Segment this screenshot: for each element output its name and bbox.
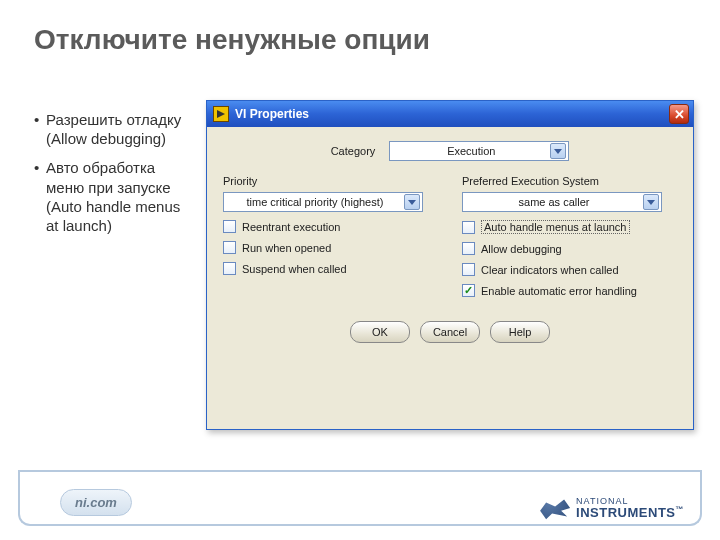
checkbox-icon: [462, 221, 475, 234]
category-row: Category Execution: [223, 141, 677, 161]
priority-select[interactable]: time critical priority (highest): [223, 192, 423, 212]
cancel-button[interactable]: Cancel: [420, 321, 480, 343]
slide-title: Отключите ненужные опции: [34, 24, 430, 56]
priority-value: time critical priority (highest): [232, 196, 404, 208]
priority-group: Priority time critical priority (highest…: [223, 175, 438, 305]
category-select[interactable]: Execution: [389, 141, 569, 161]
close-icon: ✕: [674, 108, 685, 121]
checkbox-icon: [223, 220, 236, 233]
checkbox-reentrant[interactable]: Reentrant execution: [223, 220, 438, 233]
checkbox-suspend[interactable]: Suspend when called: [223, 262, 438, 275]
checkbox-icon: [223, 262, 236, 275]
window-body: Category Execution Priority time critica…: [207, 127, 693, 353]
checkbox-run-when-opened[interactable]: Run when opened: [223, 241, 438, 254]
ni-logo: NATIONAL INSTRUMENTS™: [540, 494, 684, 522]
button-row: OK Cancel Help: [223, 321, 677, 343]
svg-marker-0: [217, 110, 225, 118]
help-button[interactable]: Help: [490, 321, 550, 343]
exec-system-label: Preferred Execution System: [462, 175, 677, 187]
titlebar[interactable]: VI Properties ✕: [207, 101, 693, 127]
ni-com-badge: ni.com: [60, 489, 132, 516]
checkbox-clear-indicators[interactable]: Clear indicators when called: [462, 263, 677, 276]
checkbox-icon: [223, 241, 236, 254]
checkbox-auto-handle-menus[interactable]: Auto handle menus at launch: [462, 220, 677, 234]
chevron-down-icon: [404, 194, 420, 210]
ok-button[interactable]: OK: [350, 321, 410, 343]
checkbox-auto-error-handling[interactable]: Enable automatic error handling: [462, 284, 677, 297]
checkbox-allow-debugging[interactable]: Allow debugging: [462, 242, 677, 255]
exec-system-group: Preferred Execution System same as calle…: [462, 175, 677, 305]
priority-label: Priority: [223, 175, 438, 187]
checkbox-icon: [462, 284, 475, 297]
eagle-icon: [540, 494, 570, 522]
exec-system-value: same as caller: [471, 196, 643, 208]
bullet-list: Разрешить отладку (Allow debugging) Авто…: [34, 110, 194, 245]
chevron-down-icon: [550, 143, 566, 159]
close-button[interactable]: ✕: [669, 104, 689, 124]
checkbox-icon: [462, 263, 475, 276]
category-value: Execution: [398, 145, 550, 157]
bullet-item: Разрешить отладку (Allow debugging): [34, 110, 194, 148]
logo-text-bottom: INSTRUMENTS™: [576, 506, 684, 519]
chevron-down-icon: [643, 194, 659, 210]
checkbox-icon: [462, 242, 475, 255]
vi-properties-window: VI Properties ✕ Category Execution Prior…: [206, 100, 694, 430]
bullet-item: Авто обработка меню при запуске (Auto ha…: [34, 158, 194, 235]
category-label: Category: [331, 145, 378, 157]
exec-system-select[interactable]: same as caller: [462, 192, 662, 212]
labview-icon: [213, 106, 229, 122]
window-title: VI Properties: [235, 107, 309, 121]
